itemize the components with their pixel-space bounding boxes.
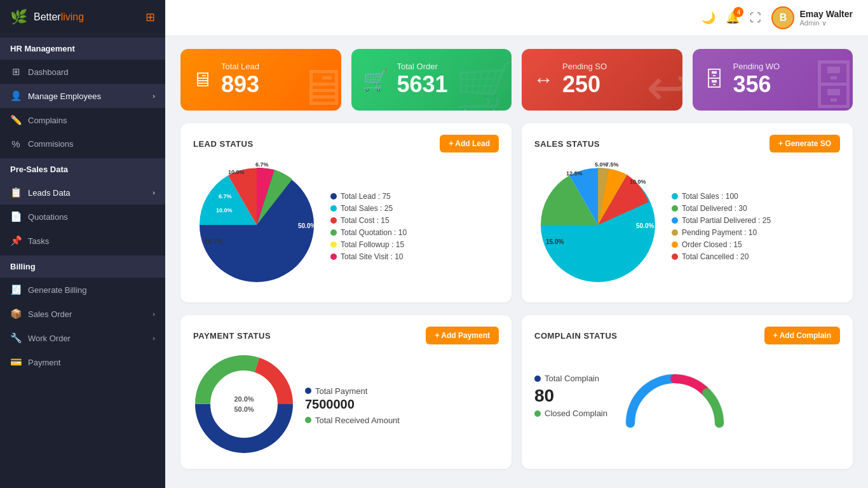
sidebar-item-dashboard[interactable]: ⊞ Dashboard: [0, 60, 165, 84]
payment-status-header: PAYMENT STATUS + Add Payment: [193, 327, 499, 344]
complain-gauge-chart: [618, 353, 732, 438]
billing-icon: 🧾: [10, 284, 22, 295]
notification-wrap[interactable]: 🔔 4: [726, 11, 740, 25]
lead-stat-icon: 🖥: [192, 68, 212, 92]
closed-complain-dot: [534, 410, 541, 417]
stat-bg-icon: 🛒: [454, 57, 512, 111]
legend-dot: [672, 193, 678, 200]
svg-text:10.0%: 10.0%: [630, 179, 646, 185]
stat-card-order: 🛒 Total Order 5631 🛒: [351, 49, 512, 111]
complain-status-title: COMPLAIN STATUS: [534, 331, 618, 341]
sidebar-item-tasks[interactable]: 📌 Tasks: [0, 229, 165, 253]
complain-dot: [534, 376, 541, 382]
legend-dot: [672, 217, 678, 224]
svg-text:50.0%: 50.0%: [298, 222, 316, 229]
svg-text:50.0%: 50.0%: [234, 405, 254, 413]
svg-text:7.5%: 7.5%: [606, 161, 619, 168]
add-lead-button[interactable]: + Add Lead: [440, 135, 499, 152]
moon-icon[interactable]: 🌙: [702, 11, 715, 25]
svg-text:20.0%: 20.0%: [234, 395, 254, 403]
sidebar: 🌿 Betterliving ⊞ HR Management ⊞ Dashboa…: [0, 0, 165, 488]
payment-icon: 💳: [10, 356, 22, 368]
sales-order-icon: 📦: [10, 308, 22, 320]
pending-so-stat-icon: ↔: [533, 68, 553, 92]
sidebar-item-manage-employees[interactable]: 👤 Manage Employees ›: [0, 84, 165, 108]
panels-row-1: LEAD STATUS + Add Lead: [180, 123, 853, 302]
stats-row: 🖥 Total Lead 893 🖥 🛒 Total Order 5631 🛒 …: [180, 49, 853, 111]
svg-text:6.7%: 6.7%: [255, 161, 269, 168]
notification-badge: 4: [733, 7, 743, 17]
leads-icon: 📋: [10, 187, 22, 198]
arrow-icon: ›: [153, 334, 155, 342]
svg-text:50.0%: 50.0%: [636, 222, 654, 229]
generate-so-button[interactable]: + Generate SO: [770, 135, 840, 152]
lead-status-panel: LEAD STATUS + Add Lead: [180, 123, 512, 302]
legend-item: Order Closed : 15: [672, 240, 771, 249]
user-profile[interactable]: B Emay Walter Admin ∨: [771, 6, 853, 29]
quotations-icon: 📄: [10, 211, 22, 222]
sidebar-item-complains[interactable]: ✏️ Complains: [0, 108, 165, 132]
legend-dot: [330, 254, 337, 260]
sales-legend: Total Sales : 100 Total Delivered : 30 T…: [672, 192, 771, 261]
svg-text:10.0%: 10.0%: [228, 169, 245, 175]
sidebar-item-sales-order[interactable]: 📦 Sales Order ›: [0, 302, 165, 326]
sidebar-item-leads-data[interactable]: 📋 Leads Data ›: [0, 180, 165, 205]
topbar: 🌙 🔔 4 ⛶ B Emay Walter Admin ∨: [165, 0, 868, 36]
sidebar-item-commisions[interactable]: % Commisions: [0, 132, 165, 156]
payment-dot: [305, 388, 311, 394]
svg-text:6.7%: 6.7%: [219, 193, 232, 200]
legend-item: Pending Payment : 10: [672, 228, 771, 237]
commisions-icon: %: [10, 139, 22, 149]
lead-status-header: LEAD STATUS + Add Lead: [193, 135, 499, 152]
legend-item: Total Cost : 15: [330, 216, 407, 225]
legend-dot: [672, 241, 678, 248]
sidebar-item-work-order[interactable]: 🔧 Work Order ›: [0, 326, 165, 350]
order-stat-icon: 🛒: [363, 68, 388, 92]
complain-info: Total Complain 80 Closed Complain: [534, 374, 607, 418]
legend-item: Total Site Visit : 10: [330, 252, 407, 261]
sidebar-item-generate-billing[interactable]: 🧾 Generate Billing: [0, 278, 165, 302]
legend-item: Total Cancelled : 20: [672, 252, 771, 261]
expand-icon[interactable]: ⛶: [750, 11, 761, 25]
payment-status-body: 20.0% 50.0% Total Payment 7500000 Total …: [193, 353, 499, 458]
sidebar-item-payment[interactable]: 💳 Payment: [0, 350, 165, 374]
complain-status-body: Total Complain 80 Closed Complain: [534, 353, 840, 438]
add-complain-button[interactable]: + Add Complain: [764, 327, 840, 344]
user-info: Emay Walter Admin ∨: [799, 9, 853, 27]
payment-donut-chart: 20.0% 50.0%: [193, 353, 295, 458]
complains-icon: ✏️: [10, 114, 22, 126]
sales-status-body: 50.0% 15.0% 12.5% 5.0% 7.5% 10.0% Total …: [534, 161, 840, 291]
pending-wo-stat-icon: 🗄: [704, 68, 724, 92]
legend-dot: [330, 229, 337, 236]
employees-icon: 👤: [10, 90, 22, 102]
main-content: 🌙 🔔 4 ⛶ B Emay Walter Admin ∨ 🖥 Total Le…: [165, 0, 868, 488]
sidebar-logo: 🌿 Betterliving ⊞: [0, 0, 165, 35]
legend-item: Total Quotation : 10: [330, 228, 407, 237]
sidebar-section-hr: HR Management: [0, 37, 165, 60]
sidebar-item-quotations[interactable]: 📄 Quotations: [0, 205, 165, 229]
sales-status-title: SALES STATUS: [534, 139, 600, 149]
sales-status-header: SALES STATUS + Generate SO: [534, 135, 840, 152]
stat-card-lead: 🖥 Total Lead 893 🖥: [180, 49, 341, 111]
legend-dot: [672, 254, 678, 260]
work-order-icon: 🔧: [10, 332, 22, 344]
sales-pie-chart: 50.0% 15.0% 12.5% 5.0% 7.5% 10.0%: [534, 161, 661, 291]
legend-dot: [330, 205, 337, 212]
svg-text:10.0%: 10.0%: [216, 207, 233, 214]
lead-status-body: 50.0% 16.7% 10.0% 6.7% 6.7% 10.0% Total …: [193, 161, 499, 291]
received-dot: [305, 417, 311, 423]
legend-dot: [330, 241, 337, 248]
lead-pie-chart: 50.0% 16.7% 10.0% 6.7% 6.7% 10.0%: [193, 161, 320, 291]
lead-status-title: LEAD STATUS: [193, 139, 254, 149]
tasks-icon: 📌: [10, 235, 22, 247]
legend-dot: [672, 205, 678, 212]
sidebar-section-billing: Billing: [0, 255, 165, 278]
stat-card-pending-wo: 🗄 Pending WO 356 🗄: [693, 49, 853, 111]
stat-card-pending-so: ↔ Pending SO 250 ↩: [522, 49, 682, 111]
legend-item: Total Sales : 100: [672, 192, 771, 201]
arrow-icon: ›: [153, 92, 155, 100]
sidebar-section-presales: Pre-Sales Data: [0, 158, 165, 180]
add-payment-button[interactable]: + Add Payment: [426, 327, 499, 344]
payment-status-panel: PAYMENT STATUS + Add Payment 20.0% 50.0%: [180, 315, 512, 469]
legend-item: Total Followup : 15: [330, 240, 407, 249]
